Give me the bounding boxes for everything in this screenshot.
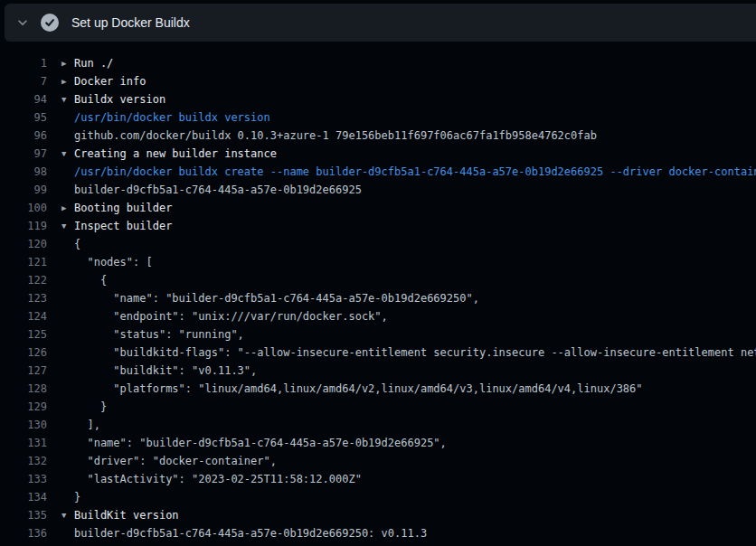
log-text: BuildKit version xyxy=(74,506,179,524)
log-line: 136 builder-d9cfb5a1-c764-445a-a57e-0b19… xyxy=(0,524,756,542)
line-number-link[interactable]: 96 xyxy=(0,127,47,145)
log-text: Docker info xyxy=(74,72,146,90)
log-line: 124 "endpoint": "unix:///var/run/docker.… xyxy=(0,307,756,325)
gutter-spacer xyxy=(47,271,74,289)
group-expanded-icon[interactable]: ▼ xyxy=(47,90,74,108)
log-line[interactable]: 94 ▼ Buildx version xyxy=(0,90,756,108)
log-text: builder-d9cfb5a1-c764-445a-a57e-0b19d2e6… xyxy=(74,524,427,542)
log-line: 95 /usr/bin/docker buildx version xyxy=(0,108,756,127)
log-line: 122 { xyxy=(0,271,756,289)
line-number-link[interactable]: 123 xyxy=(0,289,47,307)
log-line: 120 { xyxy=(0,235,756,253)
log-text: { xyxy=(74,271,107,289)
log-text: "buildkitd-flags": "--allow-insecure-ent… xyxy=(74,344,756,362)
line-number-link[interactable]: 100 xyxy=(0,199,47,217)
log-line: 130 ], xyxy=(0,416,756,434)
log-line: 134 } xyxy=(0,488,756,506)
log-text: Booting builder xyxy=(74,199,172,217)
gutter-spacer xyxy=(47,163,74,181)
group-collapsed-icon[interactable]: ▶ xyxy=(47,199,74,217)
log-text: } xyxy=(74,488,80,506)
line-number-link[interactable]: 128 xyxy=(0,380,47,398)
log-line: 125 "status": "running", xyxy=(0,325,756,344)
line-number-link[interactable]: 7 xyxy=(0,72,47,90)
line-number-link[interactable]: 99 xyxy=(0,181,47,199)
log-text: /usr/bin/docker buildx create --name bui… xyxy=(74,163,756,181)
step-title: Set up Docker Buildx xyxy=(71,15,190,30)
log-text: } xyxy=(74,398,107,416)
log-line[interactable]: 119 ▼ Inspect builder xyxy=(0,217,756,235)
log-text: Inspect builder xyxy=(74,217,172,235)
line-number-link[interactable]: 95 xyxy=(0,108,47,127)
line-number-link[interactable]: 135 xyxy=(0,506,47,524)
log-line: 132 "driver": "docker-container", xyxy=(0,452,756,470)
line-number-link[interactable]: 126 xyxy=(0,344,47,362)
log-line[interactable]: 100 ▶ Booting builder xyxy=(0,199,756,217)
group-expanded-icon[interactable]: ▼ xyxy=(47,145,74,163)
log-text: "name": "builder-d9cfb5a1-c764-445a-a57e… xyxy=(74,289,479,307)
line-number-link[interactable]: 124 xyxy=(0,307,47,325)
log-line: 96 github.com/docker/buildx 0.10.3+azure… xyxy=(0,127,756,145)
group-collapsed-icon[interactable]: ▶ xyxy=(47,54,74,72)
log-text: Buildx version xyxy=(74,90,165,108)
group-expanded-icon[interactable]: ▼ xyxy=(47,217,74,235)
gutter-spacer xyxy=(47,416,74,434)
line-number-link[interactable]: 129 xyxy=(0,398,47,416)
line-number-link[interactable]: 132 xyxy=(0,452,47,470)
line-number-link[interactable]: 131 xyxy=(0,434,47,452)
line-number-link[interactable]: 98 xyxy=(0,163,47,181)
log-text: /usr/bin/docker buildx version xyxy=(74,108,270,127)
step-header[interactable]: Set up Docker Buildx xyxy=(5,4,756,42)
log-line: 99 builder-d9cfb5a1-c764-445a-a57e-0b19d… xyxy=(0,181,756,199)
gutter-spacer xyxy=(47,289,74,307)
line-number-link[interactable]: 122 xyxy=(0,271,47,289)
log-text: "nodes": [ xyxy=(74,253,153,271)
group-expanded-icon[interactable]: ▼ xyxy=(47,506,74,524)
log-line: 133 "lastActivity": "2023-02-25T11:58:12… xyxy=(0,470,756,488)
gutter-spacer xyxy=(47,380,74,398)
log-lines: 1 ▶ Run ./ 7 ▶ Docker info 94 ▼ Buildx v… xyxy=(0,42,756,542)
gutter-spacer xyxy=(47,127,74,145)
log-line: 129 } xyxy=(0,398,756,416)
log-line: 123 "name": "builder-d9cfb5a1-c764-445a-… xyxy=(0,289,756,307)
line-number-link[interactable]: 119 xyxy=(0,217,47,235)
log-line[interactable]: 7 ▶ Docker info xyxy=(0,72,756,90)
line-number-link[interactable]: 121 xyxy=(0,253,47,271)
line-number-link[interactable]: 97 xyxy=(0,145,47,163)
gutter-spacer xyxy=(47,307,74,325)
log-text: "driver": "docker-container", xyxy=(74,452,277,470)
log-viewer: Set up Docker Buildx 1 ▶ Run ./ 7 ▶ Dock… xyxy=(0,0,756,546)
gutter-spacer xyxy=(47,524,74,542)
line-number-link[interactable]: 136 xyxy=(0,524,47,542)
line-number-link[interactable]: 133 xyxy=(0,470,47,488)
gutter-spacer xyxy=(47,325,74,344)
gutter-spacer xyxy=(47,344,74,362)
log-text: Run ./ xyxy=(74,54,113,72)
check-circle-icon xyxy=(41,14,59,32)
gutter-spacer xyxy=(47,434,74,452)
gutter-spacer xyxy=(47,398,74,416)
log-text: ], xyxy=(74,416,100,434)
gutter-spacer xyxy=(47,253,74,271)
gutter-spacer xyxy=(47,362,74,380)
log-line: 126 "buildkitd-flags": "--allow-insecure… xyxy=(0,344,756,362)
log-text: "name": "builder-d9cfb5a1-c764-445a-a57e… xyxy=(74,434,447,452)
line-number-link[interactable]: 94 xyxy=(0,90,47,108)
line-number-link[interactable]: 120 xyxy=(0,235,47,253)
gutter-spacer xyxy=(47,181,74,199)
line-number-link[interactable]: 134 xyxy=(0,488,47,506)
log-line[interactable]: 1 ▶ Run ./ xyxy=(0,54,756,72)
group-collapsed-icon[interactable]: ▶ xyxy=(47,72,74,90)
line-number-link[interactable]: 125 xyxy=(0,325,47,344)
line-number-link[interactable]: 1 xyxy=(0,54,47,72)
log-line: 131 "name": "builder-d9cfb5a1-c764-445a-… xyxy=(0,434,756,452)
log-line[interactable]: 135 ▼ BuildKit version xyxy=(0,506,756,524)
gutter-spacer xyxy=(47,488,74,506)
line-number-link[interactable]: 127 xyxy=(0,362,47,380)
chevron-down-icon[interactable] xyxy=(16,16,29,29)
gutter-spacer xyxy=(47,470,74,488)
line-number-link[interactable]: 130 xyxy=(0,416,47,434)
log-text: "platforms": "linux/amd64,linux/amd64/v2… xyxy=(74,380,643,398)
log-line[interactable]: 97 ▼ Creating a new builder instance xyxy=(0,145,756,163)
gutter-spacer xyxy=(47,108,74,127)
